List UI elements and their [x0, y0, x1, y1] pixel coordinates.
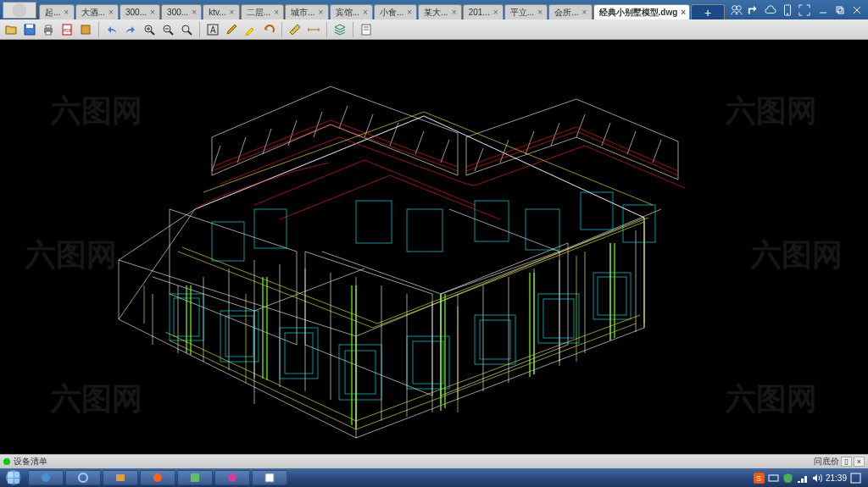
tab-item[interactable]: 某大...×: [418, 4, 461, 19]
tab-item[interactable]: 小食...×: [374, 4, 417, 19]
svg-rect-34: [220, 311, 259, 362]
tab-item[interactable]: 300...×: [120, 4, 160, 19]
tab-label: 城市...: [291, 7, 314, 19]
tab-item[interactable]: 二层...×: [241, 4, 284, 19]
tab-item[interactable]: 会所...×: [548, 4, 592, 19]
highlight-button[interactable]: [242, 22, 258, 37]
pencil-button[interactable]: [224, 22, 239, 37]
svg-point-1: [737, 5, 741, 9]
volume-icon[interactable]: [811, 473, 822, 484]
start-button[interactable]: [0, 468, 27, 487]
tab-item[interactable]: 起...×: [39, 4, 75, 19]
tab-label: 平立...: [510, 7, 534, 19]
close-icon[interactable]: ×: [493, 8, 498, 17]
new-tab-button[interactable]: +: [691, 4, 725, 19]
close-icon[interactable]: ×: [407, 8, 412, 17]
toolbar-separator: [199, 22, 200, 37]
user-avatar[interactable]: [3, 2, 36, 19]
print-button[interactable]: [41, 22, 56, 37]
close-icon[interactable]: ×: [64, 8, 69, 17]
show-desktop-icon[interactable]: [850, 473, 861, 484]
save-button[interactable]: [22, 22, 37, 37]
titlebar: 起...× 大酒...× 300...× 300...× ktv...× 二层.…: [0, 0, 868, 19]
toolbar-separator: [326, 22, 327, 37]
measure-button[interactable]: [287, 22, 303, 37]
tab-item[interactable]: 城市...×: [285, 4, 328, 19]
close-icon[interactable]: ×: [681, 8, 686, 17]
close-icon[interactable]: ×: [537, 8, 542, 17]
minimize-button[interactable]: [815, 4, 831, 16]
svg-rect-76: [851, 473, 860, 483]
keyboard-icon[interactable]: [768, 473, 779, 484]
tab-item[interactable]: 大酒...×: [75, 4, 119, 19]
svg-rect-8: [26, 25, 33, 28]
status-button[interactable]: ▯: [841, 457, 852, 467]
zoom-fit-button[interactable]: [179, 22, 194, 37]
taskbar-app[interactable]: [177, 470, 213, 485]
dimension-button[interactable]: [306, 22, 321, 37]
redo-button[interactable]: [123, 22, 138, 37]
tab-item[interactable]: 平立...×: [504, 4, 548, 19]
status-indicator-icon: [3, 458, 10, 465]
svg-rect-38: [339, 345, 381, 400]
status-close-button[interactable]: ×: [854, 457, 865, 467]
svg-rect-53: [526, 209, 559, 250]
svg-rect-72: [265, 473, 274, 482]
svg-point-0: [732, 5, 737, 9]
text-button[interactable]: A: [205, 22, 220, 37]
taskbar-app[interactable]: [140, 470, 175, 485]
export-button[interactable]: [78, 22, 93, 37]
tab-item[interactable]: 宾馆...×: [330, 4, 373, 19]
properties-button[interactable]: [359, 22, 374, 37]
maximize-button[interactable]: [832, 4, 848, 16]
cad-viewport[interactable]: 六图网 六图网 六图网 六图网 六图网 六图网: [0, 40, 868, 454]
svg-text:PDF: PDF: [64, 28, 72, 33]
taskbar-app[interactable]: [214, 470, 250, 485]
pdf-button[interactable]: PDF: [59, 22, 75, 37]
tab-item[interactable]: ktv...×: [203, 4, 240, 19]
close-icon[interactable]: ×: [150, 8, 155, 17]
status-right-label[interactable]: 问底价: [814, 456, 839, 468]
close-icon[interactable]: ×: [582, 8, 587, 17]
zoom-in-button[interactable]: [142, 22, 157, 37]
tab-item[interactable]: 201...×: [463, 4, 504, 19]
revert-button[interactable]: [261, 22, 276, 37]
taskbar-app[interactable]: [65, 470, 101, 485]
cloud-icon[interactable]: [765, 4, 776, 16]
svg-rect-46: [593, 273, 631, 319]
ime-icon[interactable]: S: [754, 473, 765, 484]
share-icon[interactable]: [748, 4, 760, 16]
close-icon[interactable]: ×: [274, 8, 279, 17]
zoom-out-button[interactable]: [160, 22, 175, 37]
layers-button[interactable]: [332, 22, 348, 37]
close-icon[interactable]: ×: [192, 8, 197, 17]
svg-rect-44: [538, 294, 579, 343]
clock[interactable]: 21:39: [826, 473, 847, 483]
taskbar-app[interactable]: [28, 470, 64, 485]
users-icon[interactable]: [731, 4, 743, 16]
security-icon[interactable]: [782, 473, 793, 484]
svg-rect-50: [356, 201, 392, 243]
fullscreen-icon[interactable]: [798, 4, 810, 16]
close-button[interactable]: [849, 4, 865, 16]
tab-item[interactable]: 300...×: [161, 4, 202, 19]
title-right-icons: [726, 4, 815, 16]
taskbar-app[interactable]: [252, 470, 287, 485]
undo-button[interactable]: [104, 22, 120, 37]
svg-line-20: [170, 31, 173, 35]
network-icon[interactable]: [797, 473, 808, 484]
svg-line-16: [151, 31, 154, 35]
svg-rect-5: [837, 7, 842, 12]
svg-rect-75: [769, 475, 778, 481]
tab-item-active[interactable]: 经典小别墅模型.dwg×: [593, 4, 690, 19]
taskbar-app[interactable]: [103, 470, 138, 485]
close-icon[interactable]: ×: [363, 8, 368, 17]
close-icon[interactable]: ×: [452, 8, 457, 17]
close-icon[interactable]: ×: [108, 8, 114, 17]
close-icon[interactable]: ×: [319, 8, 324, 17]
close-icon[interactable]: ×: [230, 8, 235, 17]
mobile-icon[interactable]: [782, 4, 793, 16]
svg-rect-11: [46, 31, 51, 35]
tab-label: 大酒...: [81, 7, 105, 19]
open-button[interactable]: [3, 22, 19, 37]
